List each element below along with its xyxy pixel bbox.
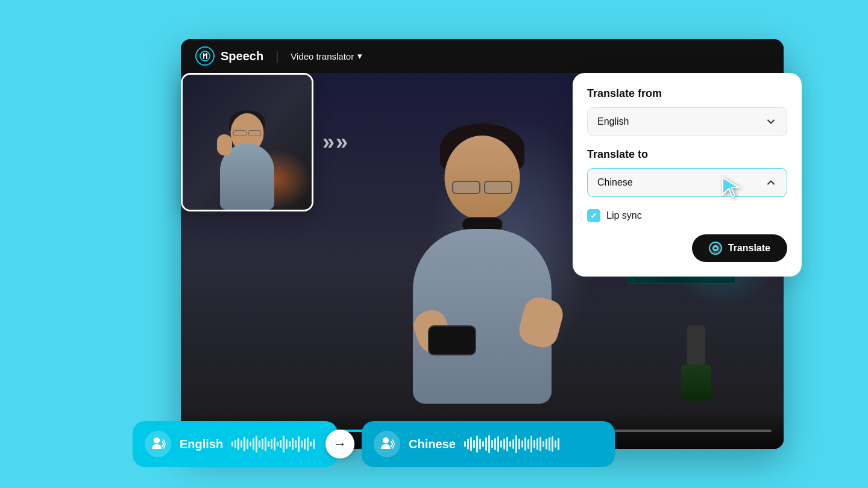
arrows-symbol: » » [322,130,345,155]
nav-chevron: ▾ [357,51,362,61]
glasses-main [452,181,512,194]
translate-to-label: Translate to [587,148,787,161]
waveform-bar [301,440,303,448]
svg-point-5 [154,437,160,443]
lip-sync-row: ✓ Lip sync [587,209,787,222]
waveform-bar [289,441,291,447]
audio-bottom: English → Chinese [133,421,796,467]
arrow-circle: → [326,430,354,458]
translate-from-label: Translate from [587,87,787,100]
waveform-bar [231,442,233,446]
svg-point-0 [196,47,214,65]
waveform-bar [479,439,481,449]
translate-from-dropdown[interactable]: English [587,107,787,136]
waveform-bar [558,438,559,450]
translation-panel: Translate from English Translate to Chin… [573,73,802,277]
waveform-bar [277,442,278,446]
app-logo-icon [195,46,215,66]
english-audio-icon [145,431,171,457]
logo-area: Speech [195,46,263,66]
audio-card-chinese: Chinese [362,421,615,467]
header-divider: | [275,49,278,63]
thumbnail-card [181,73,313,211]
waveform-bar [485,437,487,451]
thumbnail-inner [183,75,312,210]
waveform-bar [491,440,493,448]
svg-point-6 [383,437,389,443]
waveform-bar [265,437,266,451]
waveform-bar [304,439,306,449]
lip-sync-label: Lip sync [606,210,642,221]
app-header: Speech | Video translator ▾ [181,39,784,73]
waveform-bar [521,440,523,448]
chinese-audio-label: Chinese [409,437,456,451]
waveform-bar [542,441,544,447]
waveform-bar [247,439,248,449]
waveform-bar [515,435,517,453]
waveform-bar [470,437,472,451]
waveform-bar [292,438,294,450]
waveform-bar [310,442,312,446]
app-title: Speech [221,49,263,63]
translate-btn-label: Translate [728,243,770,254]
waveform-bar [506,437,508,451]
waveform-bar [250,442,251,446]
waveform-bar [555,440,556,448]
waveform-bar [482,441,484,447]
arrows-container: » » [322,73,345,211]
english-audio-label: English [180,437,223,451]
waveform-bar [464,441,466,447]
english-waveform [231,434,315,454]
waveform-bar [283,436,285,452]
thumb-person [211,113,283,210]
checkmark-icon: ✓ [590,211,597,221]
waveform-bar [295,440,297,448]
waveform-bar [253,438,254,450]
waveform-bar [488,435,490,453]
waveform-bar [467,439,469,449]
svg-marker-2 [723,178,738,197]
from-chevron-icon [765,116,777,128]
waveform-bar [476,436,478,452]
headphone-held [428,325,476,355]
waveform-bar [307,437,309,451]
waveform-bar [509,441,511,447]
person-sound-icon-chinese [379,436,395,452]
translate-btn-row: Translate [587,234,787,262]
thumb-glasses [233,130,261,136]
waveform-bar [530,436,532,452]
waveform-bar [503,439,505,449]
waveform-bar [512,439,514,449]
waveform-bar [497,436,499,452]
cursor-icon [720,175,744,199]
outer-container: Speech | Video translator ▾ [84,39,784,449]
svg-point-1 [200,51,210,61]
nav-video-translator[interactable]: Video translator ▾ [291,51,362,61]
waveform-bar [286,439,288,449]
waveform-bar [533,440,535,448]
waveform-bar [518,439,520,449]
cursor-pointer [720,175,744,202]
chinese-waveform [464,434,559,454]
lip-sync-checkbox[interactable]: ✓ [587,209,600,222]
translate-to-dropdown[interactable]: Chinese [587,168,787,197]
waveform-bar [268,441,269,447]
person-figure-main [380,111,585,401]
waveform-bar [524,437,526,451]
svg-point-4 [714,247,717,249]
waveform-bar [237,438,239,450]
arrow-right-icon: → [333,436,347,452]
waveform-bar [500,440,502,448]
waveform-bar [241,440,242,448]
waveform-bar [271,439,272,449]
chinese-audio-icon [374,431,400,457]
microphone [681,325,711,401]
translate-to-value: Chinese [597,177,633,188]
waveform-bar [536,438,538,450]
waveform-bar [549,437,550,451]
translate-btn-icon [709,242,722,255]
waveform-bar [280,440,281,448]
translate-button[interactable]: Translate [692,234,787,262]
waveform-bar [234,440,236,448]
waveform-bar [274,437,275,451]
